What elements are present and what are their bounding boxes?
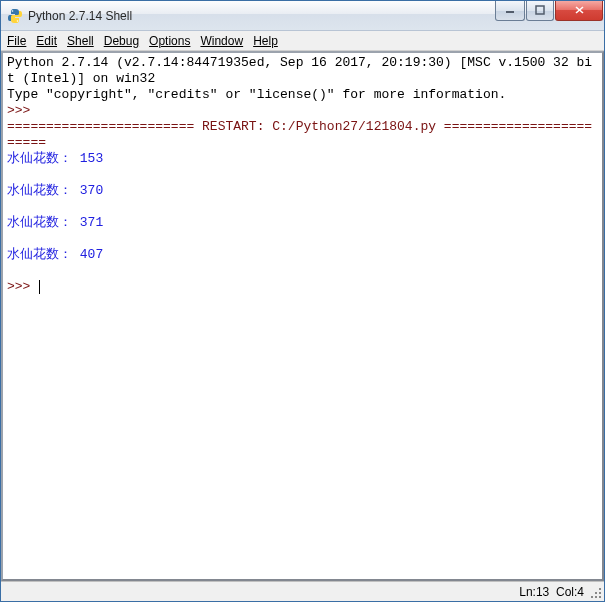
menu-window[interactable]: Window <box>200 34 243 48</box>
text-cursor <box>39 280 40 294</box>
status-ln-label: Ln: <box>519 585 536 599</box>
close-icon <box>574 5 585 15</box>
output-line: 水仙花数： 371 <box>7 215 103 230</box>
python-icon <box>7 8 23 24</box>
shell-text[interactable]: Python 2.7.14 (v2.7.14:84471935ed, Sep 1… <box>3 53 602 297</box>
status-col-label: Col: <box>556 585 577 599</box>
menu-file[interactable]: File <box>7 34 26 48</box>
status-col-value: 4 <box>577 585 584 599</box>
resize-grip[interactable] <box>590 587 602 599</box>
menu-shell[interactable]: Shell <box>67 34 94 48</box>
status-ln-value: 13 <box>536 585 549 599</box>
window-controls <box>494 1 603 21</box>
output-line: 水仙花数： 153 <box>7 151 103 166</box>
output-line: 水仙花数： 370 <box>7 183 103 198</box>
prompt: >>> <box>7 279 38 294</box>
svg-rect-3 <box>536 6 544 14</box>
shell-content[interactable]: Python 2.7.14 (v2.7.14:84471935ed, Sep 1… <box>1 51 604 581</box>
svg-point-0 <box>12 10 14 12</box>
menu-edit[interactable]: Edit <box>36 34 57 48</box>
output-line: 水仙花数： 407 <box>7 247 103 262</box>
menu-options[interactable]: Options <box>149 34 190 48</box>
menu-help[interactable]: Help <box>253 34 278 48</box>
svg-rect-2 <box>506 11 514 13</box>
svg-point-1 <box>17 20 19 22</box>
restart-line: ======================== RESTART: C:/Pyt… <box>7 119 592 150</box>
prompt: >>> <box>7 103 38 118</box>
minimize-icon <box>505 5 515 15</box>
maximize-icon <box>535 5 545 15</box>
banner-line: Type "copyright", "credits" or "license(… <box>7 87 506 102</box>
menubar: File Edit Shell Debug Options Window Hel… <box>1 31 604 51</box>
window-title: Python 2.7.14 Shell <box>28 9 494 23</box>
minimize-button[interactable] <box>495 1 525 21</box>
statusbar: Ln: 13 Col: 4 <box>1 581 604 601</box>
maximize-button[interactable] <box>526 1 554 21</box>
app-window: Python 2.7.14 Shell File Edit Shell Debu… <box>0 0 605 602</box>
menu-debug[interactable]: Debug <box>104 34 139 48</box>
titlebar[interactable]: Python 2.7.14 Shell <box>1 1 604 31</box>
close-button[interactable] <box>555 1 603 21</box>
banner-line: Python 2.7.14 (v2.7.14:84471935ed, Sep 1… <box>7 55 592 86</box>
